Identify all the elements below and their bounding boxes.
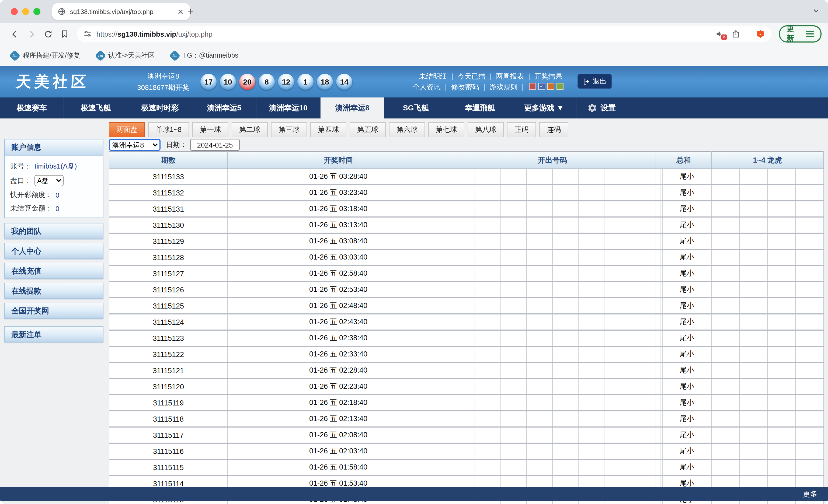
- status-square[interactable]: ✓: [538, 83, 545, 90]
- sum-cell: 尾小: [662, 201, 711, 217]
- table-controls: 澳洲幸运8 日期：: [109, 139, 240, 151]
- settings-button[interactable]: 设置: [576, 97, 626, 119]
- tab-search-chevron-icon[interactable]: [812, 6, 821, 15]
- header-link[interactable]: 今天已结: [457, 72, 485, 80]
- status-square[interactable]: [547, 83, 554, 90]
- subnav-9[interactable]: 第八球: [468, 122, 504, 137]
- narrow-cell: [658, 378, 660, 395]
- url-bar[interactable]: https://sg138.timibbs.vip/uxj/top.php ✕: [77, 26, 772, 42]
- sidebar-item-3[interactable]: 在线提款: [4, 283, 104, 299]
- subnav-1[interactable]: 单球1~8: [148, 122, 189, 137]
- bookmark-icon[interactable]: [60, 30, 69, 38]
- narrow-cell: [660, 201, 662, 217]
- brave-shields-icon[interactable]: [756, 29, 765, 39]
- table-header-row: 期数 开奖时间 开出号码 总和 1~4 龙虎: [109, 151, 823, 169]
- maximize-window-button[interactable]: [33, 8, 40, 15]
- subnav-6[interactable]: 第五球: [349, 122, 386, 137]
- nav-tab-5[interactable]: 澳洲幸运8: [321, 97, 384, 119]
- subnav-3[interactable]: 第二球: [232, 122, 268, 137]
- update-button[interactable]: 更新: [779, 25, 822, 43]
- subnav-0[interactable]: 两面盘: [109, 122, 145, 137]
- status-square[interactable]: [556, 83, 564, 90]
- sidebar-item-2[interactable]: 在线充值: [4, 263, 104, 279]
- share-icon[interactable]: [732, 30, 740, 38]
- narrow-cell: [656, 443, 658, 459]
- sidebar-item-4[interactable]: 全国开奖网: [4, 303, 104, 319]
- number-cell: [449, 330, 475, 346]
- number-cell: [501, 249, 527, 266]
- subnav-10[interactable]: 正码: [507, 122, 536, 137]
- number-cell: [527, 411, 552, 427]
- sidebar-item-0[interactable]: 我的团队: [4, 223, 104, 239]
- sidebar-item-5[interactable]: 最新注单: [4, 326, 104, 342]
- sidebar-item-1[interactable]: 个人中心: [4, 243, 104, 259]
- forward-button[interactable]: [27, 29, 36, 39]
- status-square[interactable]: [529, 83, 536, 90]
- narrow-cell: [658, 201, 660, 217]
- header-link[interactable]: 修改密码: [451, 83, 479, 91]
- longhu-cell: [739, 233, 768, 249]
- nav-tab-1[interactable]: 极速飞艇: [64, 97, 128, 119]
- longhu-cell: [739, 169, 768, 185]
- logout-button[interactable]: 退出: [578, 74, 612, 89]
- number-cell: [604, 443, 630, 459]
- new-tab-button[interactable]: +: [188, 5, 194, 17]
- number-cell: [449, 459, 475, 475]
- narrow-cell: [660, 298, 662, 314]
- subnav-8[interactable]: 第七球: [428, 122, 464, 137]
- number-cell: [527, 233, 552, 249]
- menu-icon[interactable]: [806, 31, 814, 37]
- table-row: 3111511601-26 五 02:03:40尾小: [109, 443, 823, 459]
- header-link[interactable]: 个人资讯: [413, 83, 441, 91]
- longhu-cell: [795, 427, 823, 443]
- close-window-button[interactable]: [11, 8, 18, 15]
- bookmark-item[interactable]: Tm认准->天美社区: [96, 51, 155, 60]
- nav-tab-4[interactable]: 澳洲幸运10: [256, 97, 321, 119]
- minimize-window-button[interactable]: [22, 8, 29, 15]
- subnav-11[interactable]: 连码: [539, 122, 568, 137]
- number-cell: [527, 346, 552, 362]
- nav-tab-0[interactable]: 极速赛车: [0, 97, 64, 119]
- nav-tab-7[interactable]: 幸運飛艇: [448, 97, 512, 119]
- more-link[interactable]: 更多: [803, 490, 817, 498]
- col-numbers: 开出号码: [449, 151, 656, 169]
- bookmark-item[interactable]: Tm程序搭建/开发/修复: [11, 51, 80, 60]
- narrow-cell: [656, 185, 658, 201]
- nav-tab-2[interactable]: 极速时时彩: [128, 97, 192, 119]
- number-cell: [475, 201, 501, 217]
- narrow-cell: [660, 395, 662, 411]
- header-link[interactable]: 游戏规则: [489, 83, 518, 91]
- number-cell: [475, 411, 501, 427]
- tune-icon[interactable]: [83, 30, 92, 38]
- header-link[interactable]: 开奖结果: [534, 72, 563, 80]
- table-row: 3111512701-26 五 02:58:40尾小: [109, 266, 823, 282]
- browser-tab[interactable]: sg138.timibbs.vip/uxj/top.php ✕: [52, 3, 190, 20]
- subnav-4[interactable]: 第三球: [271, 122, 307, 137]
- header-link[interactable]: 两周报表: [496, 72, 524, 80]
- nav-tab-8[interactable]: 更多游戏 ▼: [512, 97, 576, 119]
- bookmark-item[interactable]: TmTG：@tianmeibbs: [171, 51, 238, 60]
- subnav-7[interactable]: 第六球: [389, 122, 425, 137]
- longhu-cell: [768, 395, 795, 411]
- subnav-5[interactable]: 第四球: [310, 122, 346, 137]
- narrow-cell: [660, 266, 662, 282]
- sum-cell: 尾小: [662, 282, 711, 298]
- nav-tab-6[interactable]: SG飞艇: [384, 97, 448, 119]
- number-cell: [630, 346, 656, 362]
- longhu-cell: [739, 185, 768, 201]
- number-cell: [552, 266, 578, 282]
- number-cell: [527, 362, 552, 378]
- nav-tab-3[interactable]: 澳洲幸运5: [192, 97, 256, 119]
- market-select[interactable]: A盘: [35, 175, 64, 186]
- tab-close-icon[interactable]: ✕: [176, 8, 185, 15]
- game-select[interactable]: 澳洲幸运8: [109, 139, 161, 151]
- subnav-2[interactable]: 第一球: [192, 122, 229, 137]
- mute-icon[interactable]: ✕: [715, 30, 724, 38]
- reload-button[interactable]: [44, 29, 53, 39]
- narrow-cell: [658, 185, 660, 201]
- number-cell: [578, 298, 604, 314]
- back-button[interactable]: [10, 29, 19, 39]
- date-input[interactable]: [190, 139, 240, 151]
- narrow-cell: [656, 217, 658, 233]
- header-link[interactable]: 未结明细: [419, 72, 447, 80]
